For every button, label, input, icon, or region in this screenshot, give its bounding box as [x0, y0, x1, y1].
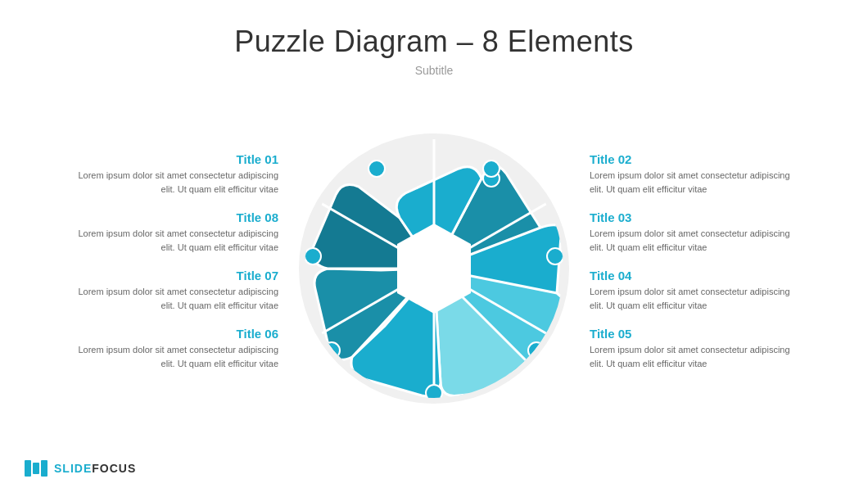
label-body-07: Lorem ipsum dolor sit amet consectetur a… — [66, 285, 278, 312]
content-area: Title 01 Lorem ipsum dolor sit amet cons… — [0, 82, 868, 455]
label-title-07: Title 07 — [66, 269, 278, 282]
list-item: Title 07 Lorem ipsum dolor sit amet cons… — [66, 269, 278, 312]
list-item: Title 05 Lorem ipsum dolor sit amet cons… — [590, 327, 802, 370]
label-title-06: Title 06 — [66, 327, 278, 341]
logo-bar-2 — [33, 463, 39, 474]
label-body-01: Lorem ipsum dolor sit amet consectetur a… — [66, 169, 278, 196]
label-body-08: Lorem ipsum dolor sit amet consectetur a… — [66, 227, 278, 254]
label-body-03: Lorem ipsum dolor sit amet consectetur a… — [590, 227, 802, 254]
label-title-04: Title 04 — [590, 269, 802, 282]
label-body-04: Lorem ipsum dolor sit amet consectetur a… — [590, 285, 802, 312]
svg-point-15 — [368, 160, 385, 177]
svg-point-14 — [305, 248, 321, 264]
left-labels: Title 01 Lorem ipsum dolor sit amet cons… — [66, 152, 295, 385]
label-body-06: Lorem ipsum dolor sit amet consectetur a… — [66, 343, 278, 370]
puzzle-diagram — [295, 129, 573, 408]
right-labels: Title 02 Lorem ipsum dolor sit amet cons… — [573, 152, 802, 385]
logo-bar-3 — [41, 460, 47, 477]
logo-icon — [25, 460, 47, 477]
footer: SLIDEFOCUS — [25, 460, 136, 477]
list-item: Title 03 Lorem ipsum dolor sit amet cons… — [590, 210, 802, 254]
brand-focus: FOCUS — [92, 462, 136, 475]
page-title: Puzzle Diagram – 8 Elements — [0, 0, 868, 59]
brand-slide: SLIDE — [54, 462, 92, 475]
label-title-05: Title 05 — [590, 327, 802, 341]
label-title-02: Title 02 — [590, 152, 802, 166]
svg-point-10 — [547, 248, 563, 264]
svg-point-16 — [483, 160, 500, 177]
list-item: Title 02 Lorem ipsum dolor sit amet cons… — [590, 152, 802, 196]
list-item: Title 01 Lorem ipsum dolor sit amet cons… — [66, 152, 278, 196]
label-title-03: Title 03 — [590, 210, 802, 224]
page-subtitle: Subtitle — [0, 64, 868, 77]
label-body-05: Lorem ipsum dolor sit amet consectetur a… — [590, 343, 802, 370]
footer-brand: SLIDEFOCUS — [54, 462, 136, 475]
label-title-08: Title 08 — [66, 210, 278, 224]
list-item: Title 06 Lorem ipsum dolor sit amet cons… — [66, 327, 278, 370]
logo-bar-1 — [25, 460, 31, 477]
list-item: Title 04 Lorem ipsum dolor sit amet cons… — [590, 269, 802, 312]
label-body-02: Lorem ipsum dolor sit amet consectetur a… — [590, 169, 802, 196]
label-title-01: Title 01 — [66, 152, 278, 166]
list-item: Title 08 Lorem ipsum dolor sit amet cons… — [66, 210, 278, 254]
